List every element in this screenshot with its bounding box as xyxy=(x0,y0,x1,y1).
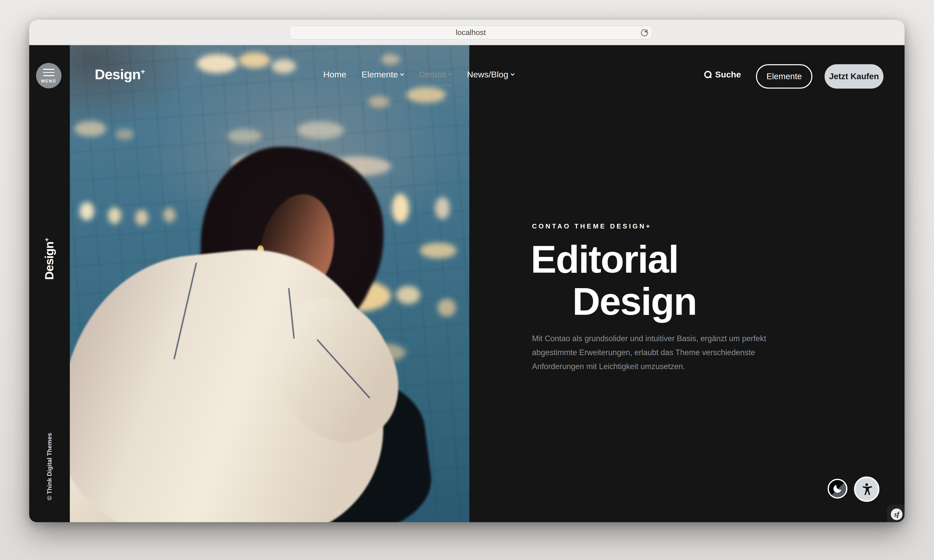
search-icon xyxy=(704,71,712,78)
moon-icon xyxy=(832,483,843,494)
site-sidebar: MENÜ Design+ © Think Digital Themes xyxy=(29,45,70,522)
address-bar[interactable]: localhost xyxy=(289,25,652,40)
hero-paragraph: Mit Contao als grundsolider und intuitiv… xyxy=(532,332,781,374)
hero-eyebrow: CONTAO THEME DESIGN+ xyxy=(532,222,652,230)
hamburger-icon xyxy=(43,69,54,70)
search-button[interactable]: Suche xyxy=(704,69,741,80)
vertical-logo: Design+ xyxy=(42,238,56,280)
elemente-button[interactable]: Elemente xyxy=(756,64,812,89)
accessibility-icon xyxy=(859,482,874,497)
chevron-down-icon xyxy=(511,72,514,76)
nav-item-news-blog[interactable]: News/Blog xyxy=(467,69,514,80)
address-bar-url: localhost xyxy=(456,28,486,37)
page-content: MENÜ Design+ © Think Digital Themes Desi… xyxy=(29,45,905,522)
dark-mode-toggle[interactable] xyxy=(828,479,848,498)
main-nav: Home Elemente Demos News/Blog xyxy=(323,69,514,80)
hero-photo xyxy=(70,45,469,522)
hero-title: Editorial Design xyxy=(531,238,697,322)
nav-item-home[interactable]: Home xyxy=(323,69,346,80)
menu-button[interactable]: MENÜ xyxy=(36,63,62,88)
symfony-badge[interactable]: sf xyxy=(891,508,903,520)
accessibility-button[interactable] xyxy=(854,477,879,502)
chevron-down-icon xyxy=(400,72,404,76)
copyright-text: © Think Digital Themes xyxy=(46,433,53,500)
safari-window: localhost + xyxy=(29,20,905,522)
nav-item-elemente[interactable]: Elemente xyxy=(362,69,404,80)
reload-icon[interactable] xyxy=(641,29,648,36)
search-label: Suche xyxy=(715,69,741,80)
nav-item-demos[interactable]: Demos xyxy=(419,69,452,80)
site-logo[interactable]: Design+ xyxy=(95,66,145,83)
desktop: { "browser": { "url": "localhost", "traf… xyxy=(0,0,934,560)
menu-button-label: MENÜ xyxy=(41,79,56,83)
browser-toolbar: localhost + xyxy=(29,20,905,45)
jetzt-kaufen-button[interactable]: Jetzt Kaufen xyxy=(825,64,883,89)
chevron-down-icon xyxy=(448,72,452,76)
